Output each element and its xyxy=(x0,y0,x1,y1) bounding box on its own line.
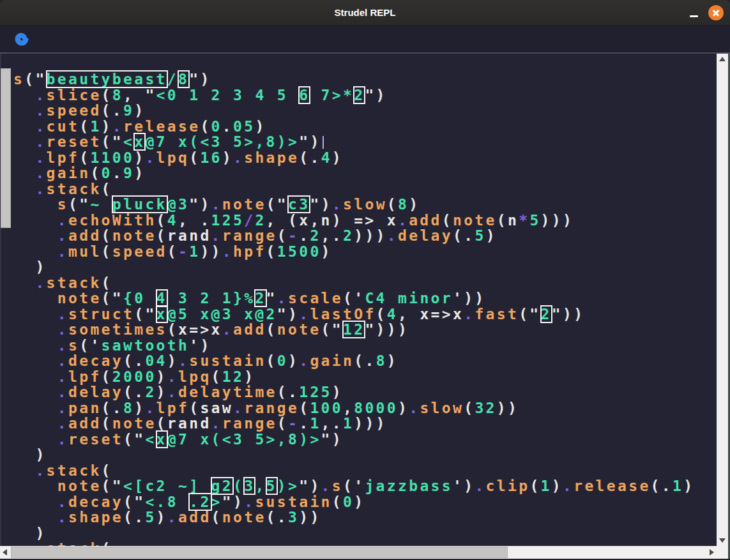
code-token: note xyxy=(222,196,266,213)
code-line: .reset("<x@7 x(<3 5>,8)>") xyxy=(13,134,694,150)
code-line: .echoWith(4, .125/2, (x,n) => x.add(note… xyxy=(13,213,694,229)
code-token: ~ xyxy=(90,196,112,213)
close-button[interactable] xyxy=(708,5,724,20)
code-token xyxy=(13,478,57,494)
code-token: . xyxy=(167,509,178,526)
strudel-repl-window: Strudel REPL s("beautybeast/8") .slice(8… xyxy=(0,0,730,560)
code-token: sustain xyxy=(255,494,331,510)
code-line: .gain(0.9) xyxy=(13,165,694,181)
strudel-logo-icon[interactable] xyxy=(13,31,30,47)
code-token: . xyxy=(57,227,68,244)
code-token: ( xyxy=(156,212,167,229)
code-token: clip xyxy=(486,478,530,494)
active-event-highlight: 12 xyxy=(343,321,365,338)
active-event-highlight: 2 xyxy=(354,87,365,103)
code-token: ") xyxy=(299,478,321,494)
scroll-left-arrow-icon[interactable] xyxy=(3,549,7,556)
code-token: 9 xyxy=(123,102,134,119)
code-token: . xyxy=(332,415,343,432)
code-token: ( xyxy=(156,415,167,432)
horizontal-scrollbar[interactable] xyxy=(0,546,717,559)
code-token xyxy=(13,118,35,135)
minimize-button[interactable] xyxy=(687,0,702,26)
code-token: stack xyxy=(47,275,102,291)
code-token xyxy=(13,400,57,416)
code-token: lpf xyxy=(156,400,190,416)
code-editor[interactable]: s("beautybeast/8") .slice(8, "<0 1 2 3 4… xyxy=(0,54,730,546)
scroll-up-arrow-icon[interactable] xyxy=(719,57,726,61)
horizontal-scrollbar-thumb[interactable] xyxy=(11,547,508,558)
vertical-scrollbar-thumb[interactable] xyxy=(1,68,11,228)
code-token: ( xyxy=(211,368,222,385)
code-token: )) xyxy=(200,243,222,260)
code-token: ) xyxy=(255,118,266,135)
code-line: .add(note(rand.range(-.1,.1))) xyxy=(13,416,694,432)
code-token xyxy=(13,87,35,103)
scroll-down-arrow-icon[interactable] xyxy=(719,538,726,543)
code-token: @7 x(<3 5>,8)> xyxy=(145,133,299,150)
code-token: ')) xyxy=(453,290,486,306)
code-token: . xyxy=(35,87,46,103)
code-token: . xyxy=(178,352,189,369)
code-token: note xyxy=(112,415,156,432)
code-token: . xyxy=(134,509,145,526)
code-token: < xyxy=(123,133,134,150)
code-token: , xyxy=(255,478,266,494)
code-token: add xyxy=(409,212,442,229)
code-token: shape xyxy=(244,149,299,166)
code-token: ( xyxy=(102,87,112,103)
code-token: . xyxy=(233,149,244,166)
code-token: <0 1 2 3 4 5 xyxy=(156,87,300,103)
code-token: ( xyxy=(464,400,475,416)
active-event-highlight: 6 xyxy=(299,87,310,103)
code-token: ) xyxy=(354,494,365,510)
code-token: . xyxy=(222,243,233,260)
code-token: ( xyxy=(189,400,200,416)
code-token: 3 xyxy=(288,509,299,526)
code-token: ( xyxy=(102,227,112,244)
code-token: ( xyxy=(277,384,288,400)
code-area[interactable]: s("beautybeast/8") .slice(8, "<0 1 2 3 4… xyxy=(13,72,694,546)
code-token: ( xyxy=(651,478,662,494)
code-token: 05 xyxy=(233,118,255,135)
code-token: . xyxy=(233,400,244,416)
code-token: jazzbass xyxy=(365,478,453,494)
code-token: stack xyxy=(47,181,102,197)
code-token: n xyxy=(508,212,519,229)
code-token: ( xyxy=(299,149,310,166)
code-token: lpf xyxy=(68,368,102,385)
code-token: ( xyxy=(354,352,365,369)
code-token: slow xyxy=(343,196,387,213)
code-token: . xyxy=(662,478,673,494)
code-token: pan xyxy=(68,400,102,416)
code-token: ( xyxy=(102,181,112,197)
code-token: ( xyxy=(102,462,112,479)
code-token: 2 xyxy=(343,227,354,244)
code-token: 125 xyxy=(211,212,245,229)
code-token: 3 2 1}% xyxy=(167,290,255,306)
code-token: ( xyxy=(266,243,277,260)
code-token: ") xyxy=(189,71,211,87)
code-line: .stack( xyxy=(13,463,694,479)
code-token: . xyxy=(57,431,68,448)
code-token: s xyxy=(57,196,68,213)
vertical-scrollbar[interactable] xyxy=(717,54,728,546)
code-token: note xyxy=(453,212,497,229)
code-line: ) xyxy=(13,526,694,541)
code-line: .lpf(1100).lpq(16).shape(.4) xyxy=(13,150,694,166)
code-token: 125 xyxy=(299,384,332,400)
code-token: 12 xyxy=(222,368,244,385)
code-token xyxy=(13,243,57,260)
scroll-right-arrow-icon[interactable] xyxy=(710,549,714,556)
code-token: ) xyxy=(398,400,409,416)
code-token: . xyxy=(299,227,310,244)
code-token: sustain xyxy=(189,352,266,369)
code-token: lpf xyxy=(47,149,80,166)
code-token xyxy=(13,337,57,354)
code-line: .cut(1).release(0.05) xyxy=(13,119,694,135)
code-token: ( xyxy=(102,368,112,385)
code-token: range xyxy=(222,415,277,432)
code-token: / xyxy=(167,71,178,87)
code-line: .struct("x@5 x@3 x@2").lastOf(4, x=>x.fa… xyxy=(13,306,694,322)
code-token: (" xyxy=(24,71,46,87)
